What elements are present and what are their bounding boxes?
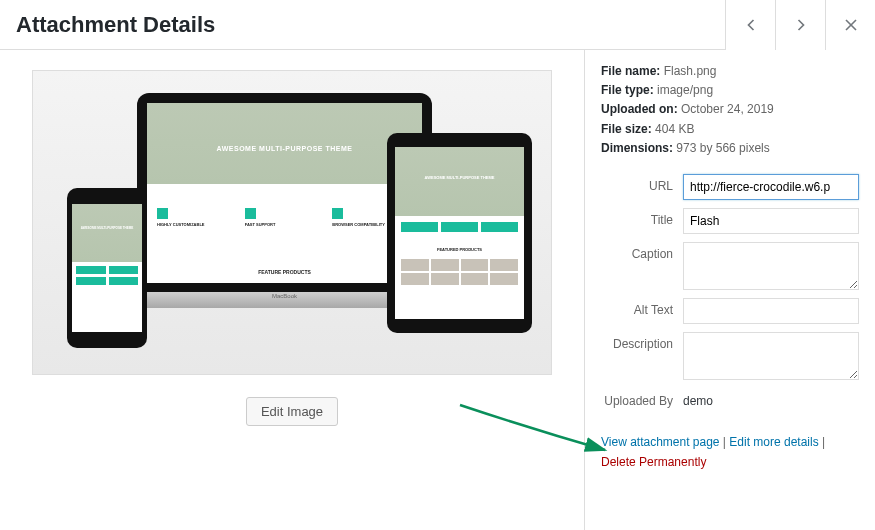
filesize-value: 404 KB bbox=[655, 122, 694, 136]
delete-permanently-link[interactable]: Delete Permanently bbox=[601, 455, 706, 469]
edit-more-link[interactable]: Edit more details bbox=[729, 435, 818, 449]
filetype-value: image/png bbox=[657, 83, 713, 97]
action-links: View attachment page | Edit more details… bbox=[601, 432, 859, 473]
title-label: Title bbox=[601, 208, 683, 227]
url-input[interactable] bbox=[683, 174, 859, 200]
edit-image-button[interactable]: Edit Image bbox=[246, 397, 338, 426]
description-label: Description bbox=[601, 332, 683, 351]
filesize-label: File size: bbox=[601, 122, 652, 136]
chevron-right-icon bbox=[791, 15, 811, 35]
prev-button[interactable] bbox=[725, 0, 775, 50]
close-icon bbox=[841, 15, 861, 35]
description-input[interactable] bbox=[683, 332, 859, 380]
title-input[interactable] bbox=[683, 208, 859, 234]
close-button[interactable] bbox=[825, 0, 875, 50]
hero-text: AWESOME MULTI-PURPOSE THEME bbox=[147, 145, 422, 152]
caption-label: Caption bbox=[601, 242, 683, 261]
next-button[interactable] bbox=[775, 0, 825, 50]
view-attachment-link[interactable]: View attachment page bbox=[601, 435, 720, 449]
file-meta: File name: Flash.png File type: image/pn… bbox=[601, 62, 859, 158]
phone-mockup: AWESOME MULTI-PURPOSE THEME bbox=[67, 188, 147, 348]
caption-input[interactable] bbox=[683, 242, 859, 290]
modal-header: Attachment Details bbox=[0, 0, 875, 50]
details-sidebar: File name: Flash.png File type: image/pn… bbox=[585, 50, 875, 530]
alt-input[interactable] bbox=[683, 298, 859, 324]
dimensions-value: 973 by 566 pixels bbox=[676, 141, 769, 155]
uploaded-value: October 24, 2019 bbox=[681, 102, 774, 116]
attachment-image: AWESOME MULTI-PURPOSE THEME HIGHLY CUSTO… bbox=[32, 70, 552, 375]
preview-pane: AWESOME MULTI-PURPOSE THEME HIGHLY CUSTO… bbox=[0, 50, 585, 530]
uploaded-by-label: Uploaded By bbox=[601, 394, 683, 408]
chevron-left-icon bbox=[741, 15, 761, 35]
filetype-label: File type: bbox=[601, 83, 654, 97]
dimensions-label: Dimensions: bbox=[601, 141, 673, 155]
uploaded-label: Uploaded on: bbox=[601, 102, 678, 116]
header-nav bbox=[725, 0, 875, 49]
filename-label: File name: bbox=[601, 64, 660, 78]
modal-title: Attachment Details bbox=[16, 12, 215, 38]
uploaded-by-value: demo bbox=[683, 394, 713, 408]
tablet-mockup: AWESOME MULTI-PURPOSE THEME FEATURED PRO… bbox=[387, 133, 532, 333]
url-label: URL bbox=[601, 174, 683, 193]
alt-label: Alt Text bbox=[601, 298, 683, 317]
filename-value: Flash.png bbox=[664, 64, 717, 78]
